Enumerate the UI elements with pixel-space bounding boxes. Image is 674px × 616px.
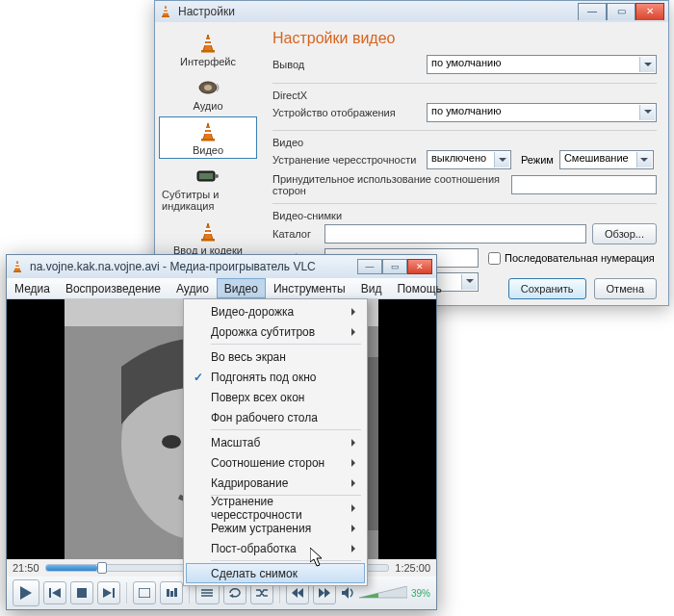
- time-current: 21:50: [13, 562, 39, 574]
- maximize-button[interactable]: ▭: [382, 259, 407, 274]
- menu-view[interactable]: Вид: [353, 278, 390, 298]
- menu-fullscreen[interactable]: Во весь экран: [186, 346, 365, 367]
- maximize-button[interactable]: ▭: [607, 3, 635, 20]
- menu-deinterlace[interactable]: Устранение чересстрочности: [186, 498, 365, 518]
- directory-label: Каталог: [272, 228, 324, 240]
- minimize-button[interactable]: —: [578, 3, 607, 20]
- menu-video[interactable]: Видео: [217, 278, 266, 298]
- menu-crop[interactable]: Кадрирование: [186, 473, 365, 493]
- vlc-titlebar[interactable]: na.vojne.kak.na.vojne.avi - Медиа-проигр…: [7, 255, 436, 278]
- sequential-checkbox[interactable]: Последовательная нумерация: [488, 252, 655, 265]
- speaker-icon[interactable]: [340, 585, 355, 601]
- menu-separator: [211, 560, 361, 561]
- menu-fit-window[interactable]: Подгонять под окно: [186, 367, 365, 387]
- sequential-checkbox-input[interactable]: [488, 252, 501, 265]
- category-label: Видео: [193, 144, 223, 156]
- category-video[interactable]: Видео: [159, 116, 257, 159]
- menu-always-on-top[interactable]: Поверх всех окон: [186, 387, 365, 407]
- fullscreen-button[interactable]: [133, 581, 156, 604]
- deinterlace-label: Устранение чересстрочности: [272, 154, 427, 166]
- deinterlace-select[interactable]: выключено: [427, 150, 511, 169]
- menu-aspect-ratio[interactable]: Соотношение сторон: [186, 452, 365, 473]
- svg-marker-45: [229, 594, 233, 598]
- minimize-button[interactable]: —: [357, 259, 382, 274]
- svg-rect-39: [167, 589, 169, 597]
- category-input-codecs[interactable]: Ввод и кодеки: [159, 217, 257, 259]
- volume-slider[interactable]: [359, 586, 407, 600]
- svg-marker-34: [52, 588, 61, 598]
- output-select[interactable]: по умолчанию: [427, 55, 657, 74]
- svg-point-9: [204, 85, 212, 90]
- directory-input[interactable]: [324, 224, 586, 244]
- display-device-select[interactable]: по умолчанию: [427, 103, 657, 122]
- svg-marker-53: [310, 548, 322, 566]
- menu-media[interactable]: Медиа: [7, 278, 58, 298]
- video-dropdown-menu: Видео-дорожка Дорожка субтитров Во весь …: [183, 298, 368, 586]
- svg-marker-48: [319, 588, 324, 598]
- settings-footer: Сохранить Отмена: [508, 278, 657, 299]
- menu-playback[interactable]: Воспроизведение: [58, 278, 168, 298]
- category-audio[interactable]: Аудио: [159, 72, 257, 115]
- cancel-button[interactable]: Отмена: [594, 278, 657, 299]
- category-interface[interactable]: Интерфейс: [159, 28, 257, 70]
- subtitle-device-icon: [194, 166, 221, 187]
- svg-rect-11: [205, 128, 211, 130]
- extended-settings-button[interactable]: [160, 581, 183, 604]
- menu-post-processing[interactable]: Пост-обработка: [186, 538, 365, 558]
- settings-title: Настройки: [178, 5, 572, 18]
- category-label: Аудио: [193, 100, 222, 112]
- time-total: 1:25:00: [395, 562, 430, 574]
- display-device-label: Устройство отображения: [272, 107, 427, 118]
- svg-rect-20: [201, 239, 215, 242]
- chevron-down-icon: [639, 105, 655, 120]
- svg-rect-23: [14, 267, 19, 268]
- vlc-window-buttons: — ▭ ✕: [357, 259, 432, 274]
- menu-separator: [211, 344, 361, 345]
- svg-rect-19: [204, 232, 212, 234]
- menu-take-snapshot[interactable]: Сделать снимок: [186, 563, 365, 583]
- seek-knob[interactable]: [97, 562, 107, 574]
- cone-icon: [194, 121, 221, 142]
- close-button[interactable]: ✕: [407, 259, 432, 274]
- svg-marker-21: [14, 261, 20, 271]
- close-button[interactable]: ✕: [635, 3, 664, 20]
- chevron-down-icon: [461, 274, 477, 290]
- svg-rect-3: [162, 16, 169, 18]
- menu-wallpaper[interactable]: Фон рабочего стола: [186, 407, 365, 427]
- deinterlace-mode-select[interactable]: Смешивание: [559, 150, 654, 169]
- svg-rect-33: [49, 588, 51, 598]
- skip-forward-button[interactable]: [97, 581, 120, 604]
- menu-zoom[interactable]: Масштаб: [186, 432, 365, 452]
- menu-subtitle-track[interactable]: Дорожка субтитров: [186, 321, 365, 342]
- menu-deinterlace-mode[interactable]: Режим устранения: [186, 518, 365, 538]
- svg-rect-22: [15, 264, 19, 265]
- svg-marker-49: [324, 588, 330, 598]
- category-subtitles[interactable]: Субтитры и индикация: [159, 161, 257, 215]
- svg-rect-15: [199, 173, 213, 179]
- cone-icon: [194, 33, 221, 54]
- settings-titlebar[interactable]: Настройки — ▭ ✕: [155, 1, 668, 22]
- save-button[interactable]: Сохранить: [508, 278, 586, 299]
- cone-icon: [194, 221, 221, 243]
- sequential-label: Последовательная нумерация: [505, 252, 655, 264]
- svg-rect-35: [77, 588, 87, 598]
- menu-video-track[interactable]: Видео-дорожка: [186, 301, 365, 321]
- stop-button[interactable]: [70, 581, 93, 604]
- menu-tools[interactable]: Инструменты: [266, 278, 353, 298]
- video-section-label: Видео: [272, 137, 657, 148]
- output-label: Вывод: [272, 59, 427, 70]
- svg-marker-32: [20, 586, 32, 600]
- menu-audio[interactable]: Аудио: [168, 278, 217, 298]
- chevron-down-icon: [636, 152, 652, 167]
- menu-help[interactable]: Помощь: [389, 278, 449, 298]
- volume-percent: 39%: [411, 588, 430, 599]
- separator: [126, 582, 127, 603]
- skip-back-button[interactable]: [43, 581, 66, 604]
- settings-heading: Настройки видео: [272, 30, 657, 47]
- play-button[interactable]: [13, 579, 39, 606]
- speaker-icon: [194, 77, 221, 98]
- force-aspect-input[interactable]: [511, 175, 657, 194]
- chevron-down-icon: [494, 152, 509, 167]
- svg-marker-0: [163, 6, 168, 16]
- browse-button[interactable]: Обзор...: [592, 223, 657, 244]
